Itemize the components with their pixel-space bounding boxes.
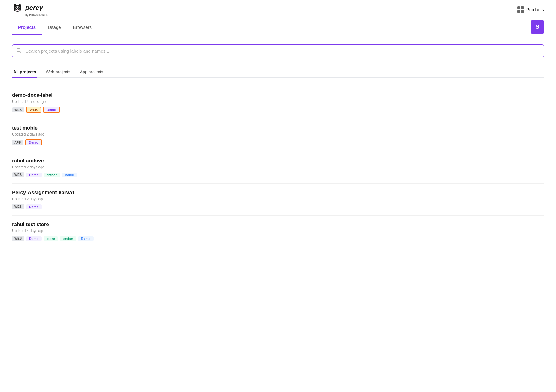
project-tag[interactable]: Rahul	[62, 173, 77, 177]
project-tag[interactable]: APP	[12, 140, 23, 145]
logo-subtext: by BrowserStack	[25, 13, 48, 17]
search-container	[12, 44, 544, 57]
percy-logo-icon	[12, 2, 23, 13]
project-item: rahul archiveUpdated 2 days agoWEBDemoem…	[12, 152, 544, 184]
logo-text: percy	[25, 4, 43, 12]
project-tags: WEBDemoemberRahul	[12, 172, 544, 177]
project-item: Percy-Assignment-8arva1Updated 2 days ag…	[12, 184, 544, 216]
header: percy by BrowserStack Products	[0, 0, 556, 19]
project-updated: Updated 4 days ago	[12, 229, 544, 233]
logo-area: percy by BrowserStack	[12, 2, 48, 17]
project-item: rahul test storeUpdated 4 days agoWEBDem…	[12, 216, 544, 247]
logo-top: percy	[12, 2, 48, 13]
nav-browsers[interactable]: Browsers	[67, 19, 98, 35]
nav-projects[interactable]: Projects	[12, 19, 42, 35]
products-grid-icon	[517, 6, 524, 13]
svg-point-7	[18, 8, 19, 9]
main-content: All projects Web projects App projects d…	[0, 35, 556, 257]
project-tag[interactable]: Demo	[43, 107, 60, 113]
project-tag[interactable]: WEB	[12, 107, 24, 112]
tab-web-projects[interactable]: Web projects	[44, 67, 71, 77]
tab-all-projects[interactable]: All projects	[12, 67, 37, 77]
project-updated: Updated 2 days ago	[12, 197, 544, 201]
svg-point-6	[16, 8, 17, 9]
project-tag[interactable]: WEB	[26, 107, 41, 113]
products-label: Products	[526, 7, 544, 12]
project-tag[interactable]: WEB	[12, 236, 24, 241]
main-nav: Projects Usage Browsers S	[0, 19, 556, 35]
tab-app-projects[interactable]: App projects	[79, 67, 105, 77]
project-tag[interactable]: ember	[44, 173, 60, 177]
project-tags: APPDemo	[12, 139, 544, 145]
project-item: demo-docs-labelUpdated 4 hours agoWEBWEB…	[12, 86, 544, 119]
search-icon	[16, 48, 22, 54]
project-tag[interactable]: WEB	[12, 172, 24, 177]
avatar[interactable]: S	[531, 20, 544, 34]
project-list: demo-docs-labelUpdated 4 hours agoWEBWEB…	[12, 86, 544, 247]
svg-line-10	[20, 51, 21, 53]
project-updated: Updated 2 days ago	[12, 165, 544, 169]
project-tags: WEBDemo	[12, 204, 544, 209]
project-tag[interactable]: ember	[60, 236, 76, 241]
project-tag[interactable]: store	[44, 236, 58, 241]
project-name[interactable]: demo-docs-label	[12, 92, 544, 98]
project-name[interactable]: rahul test store	[12, 222, 544, 228]
svg-point-8	[17, 10, 18, 11]
project-tag[interactable]: Demo	[26, 236, 42, 241]
project-name[interactable]: rahul archive	[12, 158, 544, 164]
project-updated: Updated 4 hours ago	[12, 100, 544, 104]
project-tag[interactable]: WEB	[12, 204, 24, 209]
project-tag[interactable]: Rahul	[78, 236, 94, 241]
project-tabs: All projects Web projects App projects	[12, 67, 544, 78]
project-tags: WEBDemostoreemberRahul	[12, 236, 544, 241]
project-tag[interactable]: Demo	[25, 139, 42, 145]
project-name[interactable]: test mobie	[12, 125, 544, 131]
nav-usage[interactable]: Usage	[42, 19, 67, 35]
search-input[interactable]	[12, 44, 544, 57]
project-updated: Updated 2 days ago	[12, 132, 544, 136]
products-button[interactable]: Products	[517, 6, 544, 13]
project-tags: WEBWEBDemo	[12, 107, 544, 113]
project-tag[interactable]: Demo	[26, 204, 42, 209]
project-tag[interactable]: Demo	[26, 173, 42, 177]
project-item: test mobieUpdated 2 days agoAPPDemo	[12, 119, 544, 152]
project-name[interactable]: Percy-Assignment-8arva1	[12, 190, 544, 196]
